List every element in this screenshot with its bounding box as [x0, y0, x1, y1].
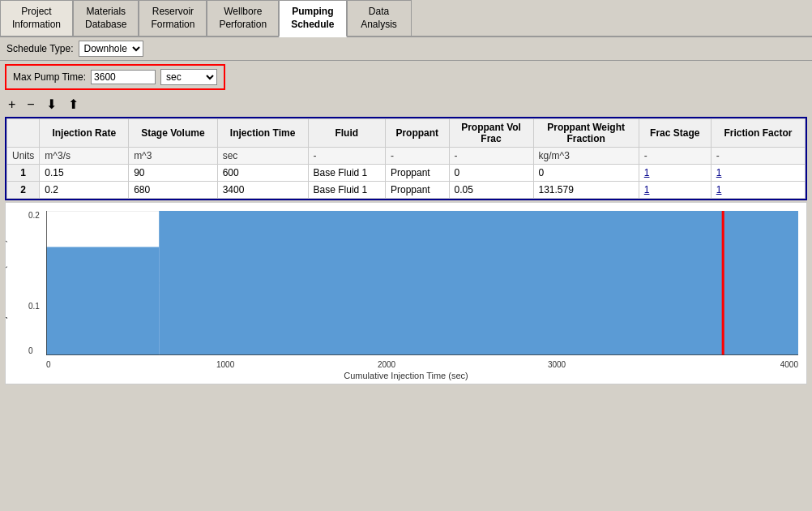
units-proppant: -: [385, 148, 449, 165]
bar-2: [159, 211, 798, 355]
row-2-stage-volume[interactable]: 680: [129, 182, 218, 199]
tab-reservoir-formation[interactable]: ReservoirFormation: [139, 0, 207, 36]
x-tick-0: 0: [46, 360, 51, 369]
col-header-proppant-vol-frac: Proppant VolFrac: [449, 119, 533, 148]
pump-time-unit-select[interactable]: sec min hr: [160, 69, 217, 85]
row-2-proppant-vol-frac[interactable]: 0.05: [449, 182, 533, 199]
units-injection-time: sec: [217, 148, 308, 165]
y-axis-label: Injection Rate (m^3/s): [5, 211, 7, 355]
x-tick-2000: 2000: [378, 360, 395, 369]
chart-plot-area: [46, 211, 798, 355]
schedule-type-select[interactable]: Downhole Surface: [79, 41, 143, 57]
remove-row-button[interactable]: −: [25, 97, 36, 112]
col-header-injection-time: Injection Time: [217, 119, 308, 148]
row-2-friction-factor[interactable]: 1: [711, 182, 805, 199]
table-row[interactable]: 2 0.2 680 3400 Base Fluid 1 Proppant 0.0…: [7, 182, 806, 199]
y-tick-02: 0.2: [28, 211, 40, 220]
chart-svg: [46, 211, 798, 355]
add-row-button[interactable]: +: [6, 97, 17, 112]
max-pump-time-label: Max Pump Time:: [13, 71, 86, 83]
row-1-proppant-weight-fraction[interactable]: 0: [533, 165, 639, 182]
x-tick-3000: 3000: [548, 360, 566, 369]
table-header-row: Injection Rate Stage Volume Injection Ti…: [7, 119, 806, 148]
col-header-proppant-weight-fraction: Proppant WeightFraction: [533, 119, 639, 148]
tab-materials-database[interactable]: MaterialsDatabase: [73, 0, 139, 36]
tab-project-information[interactable]: ProjectInformation: [0, 0, 73, 36]
row-2-proppant-weight-fraction[interactable]: 131.579: [533, 182, 639, 199]
x-tick-1000: 1000: [216, 360, 234, 369]
row-1-proppant-vol-frac[interactable]: 0: [449, 165, 533, 182]
row-1-proppant[interactable]: Proppant: [385, 165, 449, 182]
row-1-index: 1: [7, 165, 40, 182]
col-header-fluid: Fluid: [308, 119, 385, 148]
x-axis-label: Cumulative Injection Time (sec): [6, 371, 806, 380]
tab-wellbore-perforation[interactable]: WellborePerforation: [207, 0, 279, 36]
max-pump-time-input[interactable]: [91, 70, 156, 84]
col-header-proppant: Proppant: [385, 119, 449, 148]
row-1-injection-rate[interactable]: 0.15: [40, 165, 129, 182]
row-2-injection-time[interactable]: 3400: [217, 182, 308, 199]
units-stage-volume: m^3: [129, 148, 218, 165]
row-1-fluid[interactable]: Base Fluid 1: [308, 165, 385, 182]
units-frac-stage: -: [639, 148, 711, 165]
units-injection-rate: m^3/s: [40, 148, 129, 165]
row-1-friction-factor[interactable]: 1: [711, 165, 805, 182]
units-proppant-vol-frac: -: [449, 148, 533, 165]
tab-pumping-schedule[interactable]: PumpingSchedule: [279, 0, 346, 37]
row-2-injection-rate[interactable]: 0.2: [40, 182, 129, 199]
units-friction-factor: -: [711, 148, 805, 165]
row-1-stage-volume[interactable]: 90: [129, 165, 218, 182]
row-1-frac-stage[interactable]: 1: [639, 165, 711, 182]
col-header-frac-stage: Frac Stage: [639, 119, 711, 148]
col-header-friction-factor: Friction Factor: [711, 119, 805, 148]
tab-bar: ProjectInformation MaterialsDatabase Res…: [0, 0, 812, 37]
max-pump-time-container: Max Pump Time: sec min hr: [5, 64, 225, 90]
download-button[interactable]: ⬇: [45, 97, 58, 112]
x-tick-4000: 4000: [780, 360, 798, 369]
row-2-frac-stage[interactable]: 1: [639, 182, 711, 199]
bar-1: [46, 247, 159, 356]
schedule-type-label: Schedule Type:: [6, 43, 74, 54]
col-header-stage-volume: Stage Volume: [129, 119, 218, 148]
y-axis-label-text: Injection Rate (m^3/s): [5, 240, 7, 327]
row-2-proppant[interactable]: Proppant: [385, 182, 449, 199]
schedule-table: Injection Rate Stage Volume Injection Ti…: [6, 118, 806, 199]
row-2-fluid[interactable]: Base Fluid 1: [308, 182, 385, 199]
units-label: Units: [7, 148, 40, 165]
units-fluid: -: [308, 148, 385, 165]
units-proppant-weight-fraction: kg/m^3: [533, 148, 639, 165]
row-2-index: 2: [7, 182, 40, 199]
col-header-index: [7, 119, 40, 148]
schedule-type-toolbar: Schedule Type: Downhole Surface: [0, 37, 812, 61]
table-units-row: Units m^3/s m^3 sec - - - kg/m^3 - -: [7, 148, 806, 165]
col-header-injection-rate: Injection Rate: [40, 119, 129, 148]
tab-data-analysis[interactable]: DataAnalysis: [347, 0, 412, 36]
injection-rate-chart: Injection Rate (m^3/s) 0.2 0.1 0 0: [5, 202, 807, 384]
schedule-table-container: Injection Rate Stage Volume Injection Ti…: [5, 117, 807, 200]
table-row[interactable]: 1 0.15 90 600 Base Fluid 1 Proppant 0 0 …: [7, 165, 806, 182]
row-1-injection-time[interactable]: 600: [217, 165, 308, 182]
y-tick-01: 0.1: [28, 302, 40, 311]
action-toolbar: + − ⬇ ⬆: [0, 93, 812, 115]
y-tick-0: 0: [28, 346, 33, 355]
upload-button[interactable]: ⬆: [66, 97, 80, 112]
